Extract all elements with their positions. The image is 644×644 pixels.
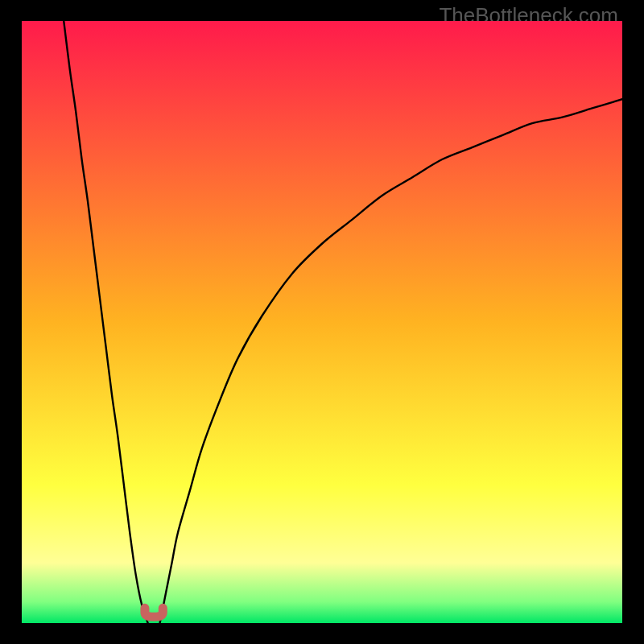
chart-svg [22,21,622,623]
plot-area [22,21,622,623]
gradient-background [22,21,622,623]
chart-frame: TheBottleneck.com [0,0,644,644]
